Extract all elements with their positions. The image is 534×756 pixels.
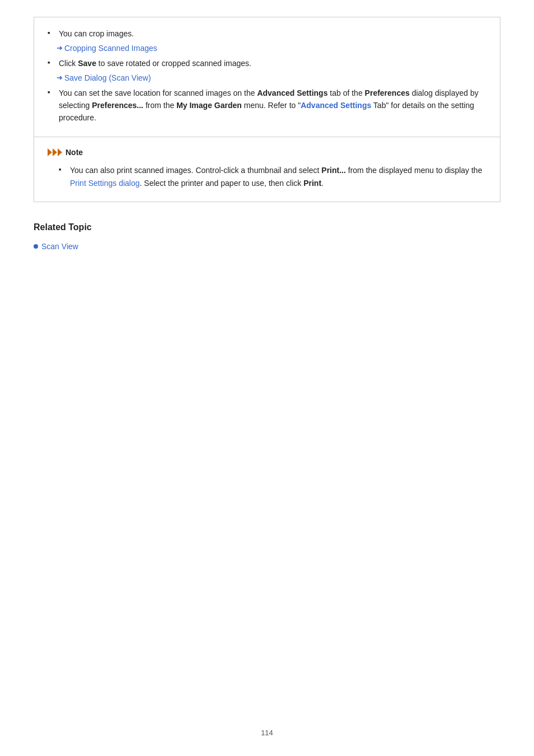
- bullet-list: You can crop images. ➜ Cropping Scanned …: [48, 27, 486, 124]
- related-section: Related Topic Scan View: [34, 220, 500, 253]
- advanced-settings-text: You can set the save location for scanne…: [59, 88, 479, 123]
- print-settings-dialog-link[interactable]: Print Settings dialog: [70, 179, 140, 188]
- crop-text: You can crop images.: [59, 29, 134, 38]
- related-link-row: Scan View: [34, 240, 500, 253]
- arrow-icon-2: ➜: [57, 72, 63, 84]
- list-item-save-dialog-link: ➜ Save Dialog (Scan View): [48, 72, 486, 84]
- advanced-settings-tab-link[interactable]: Advanced Settings: [301, 101, 371, 110]
- page-number: 114: [0, 727, 534, 739]
- list-item-crop: You can crop images.: [48, 27, 486, 40]
- list-item-advanced-settings: You can set the save location for scanne…: [48, 87, 486, 124]
- cropping-scanned-images-link[interactable]: Cropping Scanned Images: [64, 42, 157, 54]
- list-item-save: Click Save to save rotated or cropped sc…: [48, 57, 486, 69]
- page: You can crop images. ➜ Cropping Scanned …: [0, 0, 534, 756]
- chevron-1: [48, 148, 52, 156]
- content-section: You can crop images. ➜ Cropping Scanned …: [34, 17, 500, 137]
- scan-view-link[interactable]: Scan View: [41, 240, 78, 253]
- note-header: Note: [48, 146, 486, 158]
- chevron-2: [53, 148, 57, 156]
- note-chevrons: [48, 148, 62, 156]
- note-icon: [48, 148, 62, 156]
- list-item-cropping-link: ➜ Cropping Scanned Images: [48, 42, 486, 54]
- arrow-icon-1: ➜: [57, 43, 63, 54]
- save-text: Click Save to save rotated or cropped sc…: [59, 59, 251, 68]
- save-dialog-scan-view-link[interactable]: Save Dialog (Scan View): [64, 72, 151, 84]
- related-topic-title: Related Topic: [34, 220, 500, 235]
- note-title: Note: [65, 146, 83, 158]
- note-body: You can also print scanned images. Contr…: [48, 164, 486, 189]
- note-bullet-list: You can also print scanned images. Contr…: [59, 164, 486, 189]
- dot-icon: [34, 244, 38, 249]
- note-list-item: You can also print scanned images. Contr…: [59, 164, 486, 189]
- chevron-3: [58, 148, 62, 156]
- note-section: Note You can also print scanned images. …: [34, 137, 500, 202]
- note-text: You can also print scanned images. Contr…: [70, 166, 482, 187]
